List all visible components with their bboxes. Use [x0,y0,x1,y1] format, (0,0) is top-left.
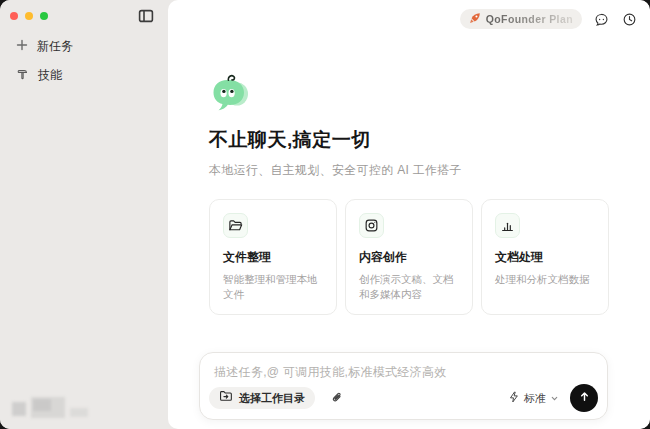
arrow-up-icon [578,390,591,406]
zoom-button[interactable] [40,12,48,20]
bar-chart-icon [495,213,520,238]
page-title: 不止聊天,搞定一切 [209,127,609,153]
feedback-bubble-icon[interactable] [592,10,610,28]
plan-badge-label: QoFounder Plan [486,13,573,25]
send-button[interactable] [570,384,598,412]
card-title: 文档处理 [495,249,595,266]
sidebar-item-label: 新任务 [37,38,73,55]
rocket-icon [469,10,481,28]
card-doc-process[interactable]: 文档处理 处理和分析文档数据 [481,199,609,315]
plus-icon [16,39,28,54]
redacted-user-info [12,397,88,418]
card-title: 文件整理 [223,249,323,266]
task-input[interactable] [200,353,607,387]
composer-toolbar: 选择工作目录 标准 [209,384,598,412]
mode-selector[interactable]: 标准 [506,387,561,409]
sidebar-toggle-icon[interactable] [137,8,154,23]
select-directory-button[interactable]: 选择工作目录 [209,387,315,409]
hero-section: 不止聊天,搞定一切 本地运行、自主规划、安全可控的 AI 工作搭子 文件整理 智… [168,0,650,315]
zap-icon [508,389,520,407]
app-window: 新任务 技能 [0,0,650,429]
task-composer: 选择工作目录 标准 [199,352,608,420]
history-clock-icon[interactable] [620,10,638,28]
card-description: 创作演示文稿、文档和多媒体内容 [359,272,459,302]
card-description: 处理和分析文档数据 [495,272,595,287]
window-controls [10,12,48,20]
sidebar-item-new-task[interactable]: 新任务 [8,32,160,61]
header-actions: QoFounder Plan [460,9,638,29]
chevron-down-icon [550,389,559,407]
card-file-organize[interactable]: 文件整理 智能整理和管理本地文件 [209,199,337,315]
select-directory-label: 选择工作目录 [239,391,305,406]
sidebar-item-skills[interactable]: 技能 [8,61,160,90]
camera-icon [359,213,384,238]
sidebar: 新任务 技能 [0,0,168,429]
close-button[interactable] [10,12,18,20]
folder-open-icon [223,213,248,238]
plan-badge[interactable]: QoFounder Plan [460,9,582,29]
card-description: 智能整理和管理本地文件 [223,272,323,302]
main-panel: QoFounder Plan [168,0,650,429]
hammer-icon [16,68,29,84]
folder-arrow-icon [219,389,233,407]
sidebar-menu: 新任务 技能 [8,32,160,90]
page-subtitle: 本地运行、自主规划、安全可控的 AI 工作搭子 [209,162,609,179]
feature-cards: 文件整理 智能整理和管理本地文件 内容创作 创作演示文稿、文档和多媒体内容 [209,199,609,315]
card-content-create[interactable]: 内容创作 创作演示文稿、文档和多媒体内容 [345,199,473,315]
minimize-button[interactable] [25,12,33,20]
mascot-logo [210,74,250,114]
mode-label: 标准 [524,391,546,406]
paperclip-icon[interactable] [327,388,347,408]
card-title: 内容创作 [359,249,459,266]
sidebar-item-label: 技能 [38,67,62,84]
